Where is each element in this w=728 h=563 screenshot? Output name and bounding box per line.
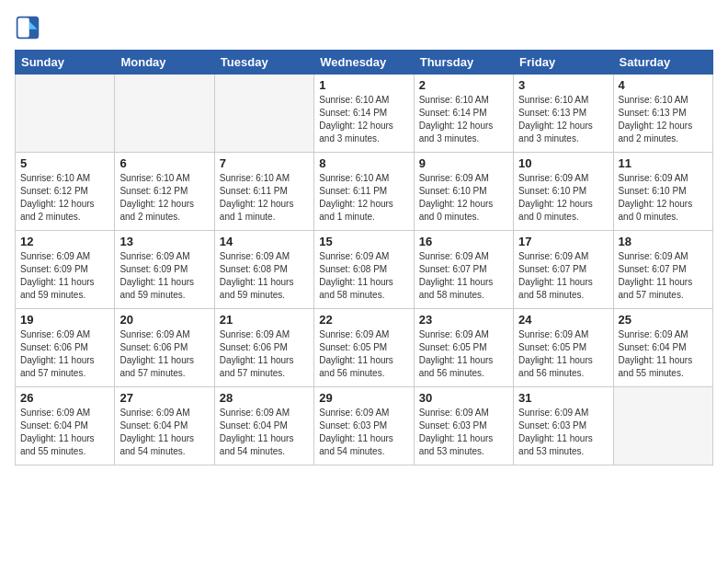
day-number: 14 bbox=[220, 235, 309, 248]
day-number: 3 bbox=[518, 78, 608, 92]
weekday-header-friday: Friday bbox=[514, 51, 613, 75]
day-number: 2 bbox=[419, 78, 508, 92]
calendar-cell: 28Sunrise: 6:09 AM Sunset: 6:04 PM Dayli… bbox=[214, 387, 313, 465]
calendar-cell: 11Sunrise: 6:09 AM Sunset: 6:10 PM Dayli… bbox=[613, 153, 712, 231]
day-info: Sunrise: 6:10 AM Sunset: 6:13 PM Dayligh… bbox=[619, 94, 708, 145]
calendar-cell: 23Sunrise: 6:09 AM Sunset: 6:05 PM Dayli… bbox=[414, 309, 513, 387]
day-number: 16 bbox=[419, 235, 508, 248]
day-info: Sunrise: 6:09 AM Sunset: 6:05 PM Dayligh… bbox=[419, 328, 508, 380]
day-info: Sunrise: 6:09 AM Sunset: 6:07 PM Dayligh… bbox=[518, 250, 608, 302]
day-info: Sunrise: 6:10 AM Sunset: 6:14 PM Dayligh… bbox=[419, 94, 508, 145]
day-number: 21 bbox=[220, 313, 309, 327]
weekday-header-tuesday: Tuesday bbox=[214, 51, 313, 75]
calendar-cell: 2Sunrise: 6:10 AM Sunset: 6:14 PM Daylig… bbox=[414, 75, 513, 153]
day-number: 26 bbox=[20, 391, 109, 405]
calendar-cell bbox=[115, 75, 214, 153]
day-info: Sunrise: 6:09 AM Sunset: 6:08 PM Dayligh… bbox=[319, 250, 408, 302]
calendar-week-5: 26Sunrise: 6:09 AM Sunset: 6:04 PM Dayli… bbox=[16, 387, 713, 465]
calendar-cell: 21Sunrise: 6:09 AM Sunset: 6:06 PM Dayli… bbox=[214, 309, 313, 387]
weekday-header-saturday: Saturday bbox=[613, 51, 712, 75]
day-number: 4 bbox=[619, 78, 708, 92]
calendar-cell: 7Sunrise: 6:10 AM Sunset: 6:11 PM Daylig… bbox=[214, 153, 313, 231]
day-info: Sunrise: 6:09 AM Sunset: 6:08 PM Dayligh… bbox=[220, 250, 309, 302]
day-info: Sunrise: 6:09 AM Sunset: 6:05 PM Dayligh… bbox=[319, 328, 408, 380]
day-info: Sunrise: 6:10 AM Sunset: 6:11 PM Dayligh… bbox=[319, 172, 408, 224]
day-info: Sunrise: 6:09 AM Sunset: 6:04 PM Dayligh… bbox=[220, 407, 309, 458]
calendar-cell bbox=[214, 75, 313, 153]
day-number: 25 bbox=[619, 313, 708, 327]
weekday-header-wednesday: Wednesday bbox=[314, 51, 414, 75]
day-info: Sunrise: 6:09 AM Sunset: 6:03 PM Dayligh… bbox=[518, 407, 608, 458]
day-number: 29 bbox=[319, 391, 408, 405]
day-number: 15 bbox=[319, 235, 408, 248]
calendar-cell: 4Sunrise: 6:10 AM Sunset: 6:13 PM Daylig… bbox=[613, 75, 712, 153]
weekday-header-monday: Monday bbox=[115, 51, 214, 75]
day-number: 31 bbox=[518, 391, 608, 405]
weekday-header-sunday: Sunday bbox=[16, 51, 115, 75]
logo bbox=[15, 15, 44, 40]
calendar-cell: 10Sunrise: 6:09 AM Sunset: 6:10 PM Dayli… bbox=[514, 153, 613, 231]
calendar-week-1: 1Sunrise: 6:10 AM Sunset: 6:14 PM Daylig… bbox=[16, 75, 713, 153]
calendar: SundayMondayTuesdayWednesdayThursdayFrid… bbox=[15, 50, 713, 465]
day-number: 20 bbox=[119, 313, 209, 327]
calendar-cell: 27Sunrise: 6:09 AM Sunset: 6:04 PM Dayli… bbox=[115, 387, 214, 465]
calendar-week-4: 19Sunrise: 6:09 AM Sunset: 6:06 PM Dayli… bbox=[16, 309, 713, 387]
svg-rect-2 bbox=[18, 18, 29, 38]
calendar-cell: 22Sunrise: 6:09 AM Sunset: 6:05 PM Dayli… bbox=[314, 309, 414, 387]
calendar-cell: 18Sunrise: 6:09 AM Sunset: 6:07 PM Dayli… bbox=[613, 231, 712, 309]
day-number: 9 bbox=[419, 156, 508, 170]
day-info: Sunrise: 6:10 AM Sunset: 6:13 PM Dayligh… bbox=[518, 94, 608, 145]
day-number: 24 bbox=[518, 313, 608, 327]
day-number: 5 bbox=[20, 156, 109, 170]
calendar-cell: 3Sunrise: 6:10 AM Sunset: 6:13 PM Daylig… bbox=[514, 75, 613, 153]
day-number: 10 bbox=[518, 156, 608, 170]
calendar-cell: 30Sunrise: 6:09 AM Sunset: 6:03 PM Dayli… bbox=[414, 387, 513, 465]
day-number: 1 bbox=[319, 78, 408, 92]
calendar-cell: 6Sunrise: 6:10 AM Sunset: 6:12 PM Daylig… bbox=[115, 153, 214, 231]
calendar-cell: 25Sunrise: 6:09 AM Sunset: 6:04 PM Dayli… bbox=[613, 309, 712, 387]
weekday-header-thursday: Thursday bbox=[414, 51, 513, 75]
day-info: Sunrise: 6:09 AM Sunset: 6:04 PM Dayligh… bbox=[20, 407, 109, 458]
day-info: Sunrise: 6:09 AM Sunset: 6:10 PM Dayligh… bbox=[419, 172, 508, 224]
day-number: 12 bbox=[20, 235, 109, 248]
day-info: Sunrise: 6:10 AM Sunset: 6:14 PM Dayligh… bbox=[319, 94, 408, 145]
day-info: Sunrise: 6:09 AM Sunset: 6:07 PM Dayligh… bbox=[619, 250, 708, 302]
calendar-cell: 5Sunrise: 6:10 AM Sunset: 6:12 PM Daylig… bbox=[16, 153, 115, 231]
calendar-week-3: 12Sunrise: 6:09 AM Sunset: 6:09 PM Dayli… bbox=[16, 231, 713, 309]
day-number: 13 bbox=[119, 235, 209, 248]
day-info: Sunrise: 6:09 AM Sunset: 6:07 PM Dayligh… bbox=[419, 250, 508, 302]
day-info: Sunrise: 6:09 AM Sunset: 6:03 PM Dayligh… bbox=[419, 407, 508, 458]
calendar-cell: 16Sunrise: 6:09 AM Sunset: 6:07 PM Dayli… bbox=[414, 231, 513, 309]
day-info: Sunrise: 6:10 AM Sunset: 6:12 PM Dayligh… bbox=[119, 172, 209, 224]
calendar-cell: 9Sunrise: 6:09 AM Sunset: 6:10 PM Daylig… bbox=[414, 153, 513, 231]
day-info: Sunrise: 6:10 AM Sunset: 6:11 PM Dayligh… bbox=[220, 172, 309, 224]
calendar-cell: 20Sunrise: 6:09 AM Sunset: 6:06 PM Dayli… bbox=[115, 309, 214, 387]
day-info: Sunrise: 6:09 AM Sunset: 6:03 PM Dayligh… bbox=[319, 407, 408, 458]
day-info: Sunrise: 6:09 AM Sunset: 6:04 PM Dayligh… bbox=[619, 328, 708, 380]
calendar-cell: 12Sunrise: 6:09 AM Sunset: 6:09 PM Dayli… bbox=[16, 231, 115, 309]
day-info: Sunrise: 6:09 AM Sunset: 6:09 PM Dayligh… bbox=[119, 250, 209, 302]
day-number: 17 bbox=[518, 235, 608, 248]
day-info: Sunrise: 6:09 AM Sunset: 6:10 PM Dayligh… bbox=[518, 172, 608, 224]
calendar-cell: 13Sunrise: 6:09 AM Sunset: 6:09 PM Dayli… bbox=[115, 231, 214, 309]
day-info: Sunrise: 6:09 AM Sunset: 6:04 PM Dayligh… bbox=[119, 407, 209, 458]
day-number: 23 bbox=[419, 313, 508, 327]
day-info: Sunrise: 6:09 AM Sunset: 6:05 PM Dayligh… bbox=[518, 328, 608, 380]
calendar-cell: 29Sunrise: 6:09 AM Sunset: 6:03 PM Dayli… bbox=[314, 387, 414, 465]
day-number: 7 bbox=[220, 156, 309, 170]
day-number: 27 bbox=[119, 391, 209, 405]
calendar-cell: 14Sunrise: 6:09 AM Sunset: 6:08 PM Dayli… bbox=[214, 231, 313, 309]
calendar-cell bbox=[613, 387, 712, 465]
page-header bbox=[15, 15, 713, 40]
calendar-cell: 1Sunrise: 6:10 AM Sunset: 6:14 PM Daylig… bbox=[314, 75, 414, 153]
day-info: Sunrise: 6:09 AM Sunset: 6:06 PM Dayligh… bbox=[20, 328, 109, 380]
day-number: 6 bbox=[119, 156, 209, 170]
calendar-cell: 26Sunrise: 6:09 AM Sunset: 6:04 PM Dayli… bbox=[16, 387, 115, 465]
day-info: Sunrise: 6:09 AM Sunset: 6:06 PM Dayligh… bbox=[220, 328, 309, 380]
day-number: 11 bbox=[619, 156, 708, 170]
calendar-cell: 31Sunrise: 6:09 AM Sunset: 6:03 PM Dayli… bbox=[514, 387, 613, 465]
day-number: 28 bbox=[220, 391, 309, 405]
calendar-week-2: 5Sunrise: 6:10 AM Sunset: 6:12 PM Daylig… bbox=[16, 153, 713, 231]
logo-icon bbox=[15, 15, 40, 40]
day-number: 22 bbox=[319, 313, 408, 327]
